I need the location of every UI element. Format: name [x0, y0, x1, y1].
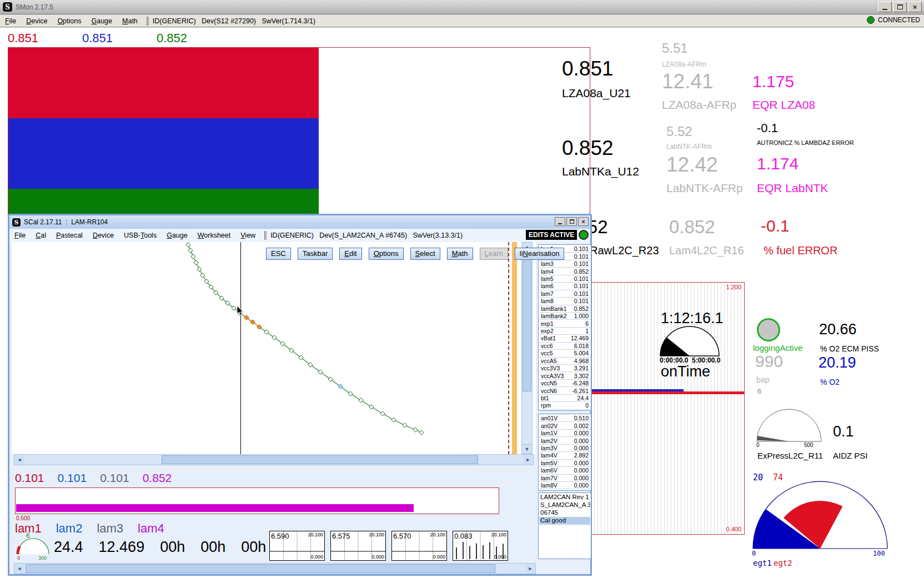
menu-item-gauge[interactable]: Gauge	[167, 232, 188, 239]
menu-item-pastecal[interactable]: Pastecal	[56, 232, 83, 239]
horizontal-scroll-thumb[interactable]	[26, 564, 495, 573]
mini-chart[interactable]: 0.08320.1000.000	[453, 531, 508, 561]
curve-point[interactable]	[186, 243, 190, 247]
menu-item-file[interactable]: File	[14, 232, 26, 239]
param-row-lam2V[interactable]: lam2V0.000	[539, 437, 590, 444]
mini-chart-min: 0.000	[433, 554, 445, 560]
horizontal-scroll-thumb[interactable]	[162, 455, 478, 464]
param-row-vccN6[interactable]: vccN6-6.261	[539, 387, 590, 394]
param-row-lam8[interactable]: lam80.101	[539, 298, 590, 305]
param-row-vcc5[interactable]: vcc55.004	[539, 350, 590, 357]
plot-vertical-scrollbar[interactable]: ▲ ▼	[521, 242, 533, 454]
param-row-vBat1[interactable]: vBat112.469	[539, 335, 590, 342]
param-row-lam7[interactable]: lam70.101	[539, 290, 590, 298]
param-row-lam4V[interactable]: lam4V2.892	[539, 452, 590, 459]
scal-close-button[interactable]: ×	[578, 217, 589, 226]
toolbar-button-math[interactable]: Math	[447, 248, 473, 260]
calibration-plot[interactable]: ESCTaskbarEditOptionsSelectMathLearnliNe…	[12, 242, 536, 454]
curve-point[interactable]	[264, 330, 269, 334]
curve-point[interactable]	[200, 273, 205, 278]
mini-temp-gauge	[16, 536, 51, 555]
param-row-lam6[interactable]: lam60.101	[539, 283, 590, 290]
menu-item-usb-tools[interactable]: USB-Tools	[124, 232, 157, 239]
curve-point[interactable]	[272, 335, 277, 340]
curve-point[interactable]	[369, 405, 374, 409]
scal-titlebar[interactable]: S SCal 2.17.11 : LAM-RR104 ×	[9, 215, 590, 229]
menu-item-device[interactable]: Device	[26, 17, 47, 25]
scroll-left-icon[interactable]: ◄	[14, 455, 24, 465]
menu-item-device[interactable]: Device	[93, 232, 114, 239]
curve-point[interactable]	[188, 248, 193, 253]
scroll-right-icon[interactable]: ►	[523, 455, 533, 465]
curve-point[interactable]	[328, 377, 333, 381]
curve-point[interactable]	[197, 267, 202, 272]
toolbar-button-select[interactable]: Select	[410, 248, 440, 260]
curve-point[interactable]	[191, 254, 195, 259]
param-row-exp2[interactable]: exp21	[539, 328, 590, 335]
curve-point[interactable]	[194, 260, 198, 265]
minimize-button[interactable]	[878, 2, 892, 12]
param-row-lam5V[interactable]: lam5V0.000	[539, 460, 590, 467]
curve-point[interactable]	[380, 411, 385, 416]
param-row-an02V[interactable]: an02V0.002	[539, 422, 590, 429]
param-row-lam8V[interactable]: lam8V0.000	[539, 482, 590, 489]
menu-item-cal[interactable]: Cal	[36, 232, 46, 239]
param-row-vcc3V3[interactable]: vcc3V33.291	[539, 365, 590, 372]
curve-point[interactable]	[318, 370, 323, 374]
vertical-scroll-thumb[interactable]	[523, 253, 531, 391]
info-row[interactable]: S_LAM2CAN_A 3.1	[539, 501, 590, 509]
mini-chart[interactable]: 6.57020.1000.000	[391, 531, 447, 561]
param-row-vccN5[interactable]: vccN5-6.248	[539, 380, 590, 387]
curve-point[interactable]	[419, 430, 424, 435]
param-row-vccA5[interactable]: vccA54.968	[539, 358, 590, 365]
param-row-vcc6[interactable]: vcc66.018	[539, 343, 590, 350]
curve-point[interactable]	[348, 391, 353, 396]
param-row-vccA3V3[interactable]: vccA3V33.302	[539, 372, 590, 379]
info-row[interactable]: 06745	[539, 509, 590, 517]
close-button[interactable]: ×	[908, 2, 922, 12]
scroll-right-icon[interactable]: ►	[525, 564, 535, 574]
scroll-left-icon[interactable]: ◄	[14, 564, 24, 574]
menu-item-gauge[interactable]: Gauge	[91, 17, 112, 25]
toolbar-button-taskbar[interactable]: Taskbar	[298, 248, 333, 260]
toolbar-button-esc[interactable]: ESC	[266, 248, 291, 260]
scal-maximize-button[interactable]	[566, 217, 577, 226]
param-row-an01V[interactable]: an01V0.510	[539, 415, 590, 422]
maximize-button[interactable]	[893, 2, 907, 12]
menu-item-file[interactable]: File	[5, 17, 16, 25]
curve-point[interactable]	[391, 418, 396, 422]
param-row-lam3[interactable]: lam30.101	[539, 260, 590, 268]
param-row-lam5[interactable]: lam50.101	[539, 275, 590, 283]
menu-item-view[interactable]: View	[240, 232, 255, 239]
curve-point[interactable]	[403, 423, 407, 428]
curve-point[interactable]	[338, 384, 343, 389]
mini-chart[interactable]: 6.59020.1000.000	[269, 531, 325, 561]
curve-point[interactable]	[413, 428, 418, 432]
plot-horizontal-scrollbar[interactable]: ◄ ►	[14, 454, 534, 465]
param-row-lam1V[interactable]: lam1V0.000	[539, 430, 590, 437]
param-row-lamBank2[interactable]: lamBank21.000	[539, 313, 590, 320]
scal-minimize-button[interactable]	[555, 217, 565, 226]
param-row-lamBank1[interactable]: lamBank10.852	[539, 305, 590, 313]
menu-item-math[interactable]: Math	[122, 17, 138, 25]
scal-bottom-scrollbar[interactable]: ◄ ►	[14, 563, 536, 574]
param-row-lam7V[interactable]: lam7V0.000	[539, 475, 590, 482]
param-row-lam6V[interactable]: lam6V0.000	[539, 467, 590, 474]
param-row-lam3V[interactable]: lam3V0.000	[539, 445, 590, 452]
toolbar-button-options[interactable]: Options	[369, 248, 404, 260]
param-row-rpm[interactable]: rpm0	[539, 402, 590, 409]
param-row-lam4[interactable]: lam40.852	[539, 268, 590, 275]
toolbar-button-learn[interactable]: Learn	[480, 248, 508, 260]
info-row[interactable]: LAM2CAN Rev 1	[539, 494, 590, 501]
menu-item-options[interactable]: Options	[57, 17, 81, 25]
param-row-bt1[interactable]: bt124.4	[539, 395, 590, 402]
param-row-exp1[interactable]: exp16	[539, 320, 590, 327]
menu-item-worksheet[interactable]: Worksheet	[198, 232, 231, 239]
mini-chart[interactable]: 6.57520.1000.000	[330, 531, 386, 561]
toolbar-button-edit[interactable]: Edit	[339, 248, 361, 260]
toolbar-button-linearisation[interactable]: liNearisation	[515, 248, 565, 260]
param-value: 0.000	[574, 438, 589, 444]
curve-point[interactable]	[359, 398, 363, 403]
scroll-down-icon[interactable]: ▼	[522, 444, 532, 454]
info-row[interactable]: Cal good	[539, 517, 590, 525]
